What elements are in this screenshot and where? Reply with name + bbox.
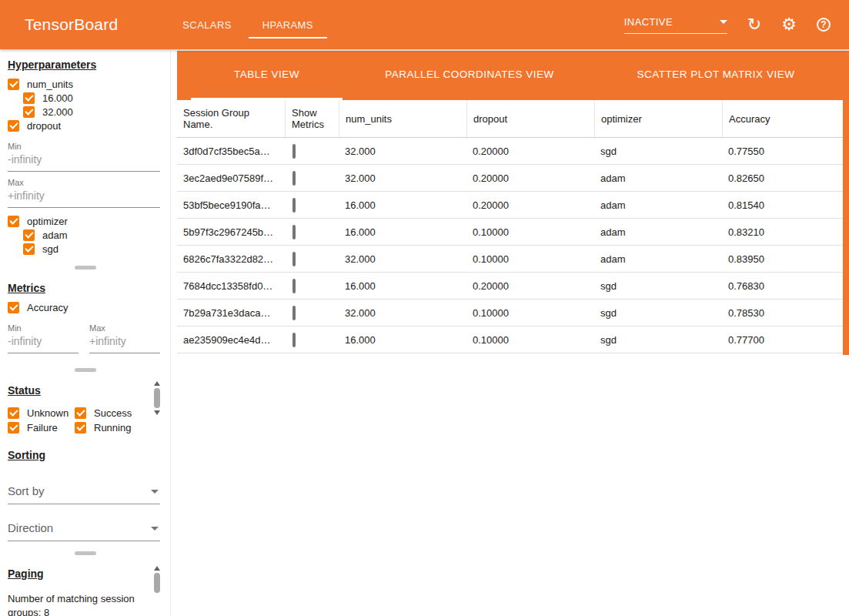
checkbox-row-sgd[interactable]: sgd — [23, 242, 161, 256]
hyperparameters-title: Hyperparameters — [8, 59, 96, 71]
accuracy-value: 0.83950 — [722, 253, 849, 265]
show-metrics-checkbox[interactable] — [292, 225, 296, 239]
show-metrics-checkbox[interactable] — [292, 252, 296, 266]
checkbox-row-dropout[interactable]: dropout — [8, 119, 161, 132]
accuracy-value: 0.78530 — [722, 307, 849, 319]
optimizer-value: adam — [594, 226, 722, 238]
chevron-down-icon — [720, 20, 727, 24]
checkbox-row-running[interactable]: Running — [75, 420, 142, 434]
show-metrics-checkbox[interactable] — [292, 171, 296, 186]
status-scrollbar[interactable] — [153, 381, 161, 415]
column-header-session-group-name[interactable]: Session Group Name. — [177, 100, 285, 137]
checkbox-label: 16.000 — [42, 92, 73, 104]
show-metrics-checkbox[interactable] — [292, 198, 296, 213]
checkbox-row-optimizer[interactable]: optimizer — [8, 214, 161, 228]
status-dropdown[interactable]: INACTIVE — [624, 16, 727, 34]
checkbox-row-success[interactable]: Success — [75, 406, 142, 420]
checkbox[interactable] — [8, 79, 19, 90]
show-metrics-checkbox[interactable] — [292, 306, 296, 320]
tab-parallel-coordinates-view[interactable]: PARALLEL COORDINATES VIEW — [354, 51, 585, 100]
num-units-value: 32.000 — [339, 307, 466, 319]
optimizer-value: adam — [594, 172, 722, 184]
scroll-down-icon[interactable] — [154, 410, 160, 415]
dropout-value: 0.20000 — [466, 146, 594, 157]
scroll-up-icon[interactable] — [154, 566, 160, 571]
app-title: TensorBoard — [25, 15, 118, 34]
checkbox-row-accuracy[interactable]: Accuracy — [8, 300, 161, 314]
metric-max-input[interactable] — [89, 333, 160, 353]
checkbox-label: Success — [94, 407, 132, 419]
column-header-accuracy[interactable]: Accuracy — [722, 100, 849, 137]
checkbox[interactable] — [23, 92, 35, 104]
paging-scrollbar[interactable] — [153, 566, 161, 593]
checkbox[interactable] — [75, 422, 86, 434]
sort-by-dropdown[interactable]: Sort by — [8, 467, 160, 504]
dropout-value: 0.10000 — [466, 253, 594, 265]
checkbox[interactable] — [75, 407, 86, 419]
view-tabs: TABLE VIEW PARALLEL COORDINATES VIEW SCA… — [177, 51, 849, 100]
scrollbar-thumb[interactable] — [154, 573, 160, 593]
optimizer-value: sgd — [594, 307, 722, 319]
tab-hparams[interactable]: HPARAMS — [249, 12, 327, 38]
scroll-up-icon[interactable] — [154, 381, 160, 386]
checkbox-row-num-units[interactable]: num_units — [8, 77, 161, 91]
reload-icon[interactable]: ↻ — [747, 16, 761, 33]
show-metrics-checkbox[interactable] — [292, 333, 296, 347]
accuracy-value: 0.81540 — [722, 199, 849, 211]
hparam-min-input[interactable] — [8, 151, 160, 172]
show-metrics-checkbox[interactable] — [292, 144, 296, 159]
help-icon[interactable]: ? — [817, 18, 831, 32]
table-header: Session Group Name. Show Metrics num_uni… — [177, 100, 849, 138]
hparam-max-input[interactable] — [8, 187, 160, 208]
checkbox[interactable] — [23, 229, 35, 241]
num-units-value: 32.000 — [339, 146, 466, 157]
scrollbar-thumb[interactable] — [154, 388, 160, 408]
checkbox-label: Unknown — [27, 407, 69, 419]
gear-icon[interactable]: ⚙ — [781, 16, 797, 33]
section-resize-handle[interactable] — [75, 551, 96, 555]
num-units-value: 16.000 — [339, 280, 466, 292]
show-metrics-checkbox[interactable] — [292, 279, 296, 293]
top-nav-tabs: SCALARS HPARAMS — [169, 12, 327, 38]
metrics-section: Metrics Accuracy Min Max — [0, 274, 170, 358]
checkbox-row-failure[interactable]: Failure — [8, 420, 75, 434]
session-group-name: 3ec2aed9e07589f… — [177, 172, 285, 184]
section-resize-handle[interactable] — [75, 368, 96, 372]
status-title: Status — [8, 384, 41, 397]
column-header-num-units[interactable]: num_units — [339, 100, 466, 137]
table-row: 3ec2aed9e07589f… 32.000 0.20000 adam 0.8… — [177, 165, 849, 192]
session-group-name: 6826c7fa3322d82… — [177, 253, 285, 265]
checkbox-row-unknown[interactable]: Unknown — [8, 406, 75, 420]
checkbox[interactable] — [23, 106, 35, 118]
checkbox-row-adam[interactable]: adam — [23, 228, 161, 242]
table-right-edge — [843, 100, 849, 355]
checkbox[interactable] — [8, 216, 19, 227]
accuracy-value: 0.83210 — [722, 226, 849, 238]
column-header-dropout[interactable]: dropout — [466, 100, 594, 137]
direction-dropdown[interactable]: Direction — [8, 504, 160, 541]
checkbox-row-16[interactable]: 16.000 — [23, 91, 161, 105]
dropout-value: 0.10000 — [466, 334, 594, 346]
session-group-name: ae235909ec4e4d… — [177, 334, 285, 346]
checkbox[interactable] — [8, 422, 19, 434]
checkbox-row-32[interactable]: 32.000 — [23, 105, 161, 119]
section-resize-handle[interactable] — [75, 266, 96, 270]
num-units-value: 32.000 — [339, 172, 466, 184]
checkbox[interactable] — [8, 302, 19, 313]
checkbox[interactable] — [8, 120, 19, 132]
tab-scatter-plot-matrix-view[interactable]: SCATTER PLOT MATRIX VIEW — [589, 51, 843, 100]
min-label: Min — [8, 142, 161, 151]
tab-scalars[interactable]: SCALARS — [169, 12, 246, 38]
metric-min-input[interactable] — [8, 333, 79, 353]
column-header-show-metrics[interactable]: Show Metrics — [285, 100, 339, 137]
checkbox[interactable] — [23, 243, 35, 255]
hyperparameters-section: Hyperparameters num_units 16.000 32.000 … — [0, 51, 170, 256]
column-header-optimizer[interactable]: optimizer — [594, 100, 722, 137]
status-options: Unknown Success Failure Running — [8, 406, 161, 434]
checkbox[interactable] — [8, 407, 19, 419]
tab-table-view[interactable]: TABLE VIEW — [191, 51, 343, 100]
sidebar: Hyperparameters num_units 16.000 32.000 … — [0, 51, 171, 616]
table-row: 3df0d7cf35bec5a… 32.000 0.20000 sgd 0.77… — [177, 138, 849, 165]
header-right: INACTIVE ↻ ⚙ ? — [624, 16, 831, 34]
dropout-value: 0.10000 — [466, 307, 594, 319]
